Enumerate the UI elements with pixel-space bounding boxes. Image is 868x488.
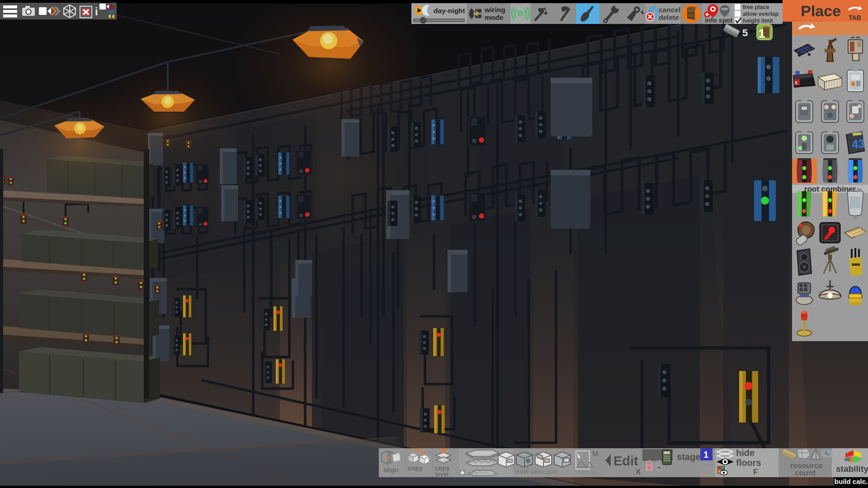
svg-text:free place: free place <box>743 4 769 10</box>
svg-text:move: move <box>407 471 423 477</box>
svg-text:stage: stage <box>677 452 700 462</box>
svg-text:M: M <box>592 450 599 458</box>
svg-text:hide: hide <box>736 448 755 458</box>
svg-text:1: 1 <box>703 450 708 460</box>
svg-text:floors: floors <box>736 458 761 468</box>
svg-text:mode: mode <box>485 14 504 21</box>
svg-text:delete: delete <box>659 14 679 21</box>
svg-text:43: 43 <box>851 137 865 151</box>
svg-text:allow overlap: allow overlap <box>743 11 779 17</box>
svg-text:5: 5 <box>742 27 748 38</box>
svg-text:height limit: height limit <box>743 18 774 24</box>
svg-text:i: i <box>95 5 98 18</box>
svg-text:stability: stability <box>836 464 868 474</box>
svg-text:F: F <box>753 468 758 476</box>
svg-text:wiring: wiring <box>484 6 505 14</box>
svg-text:align: align <box>383 466 398 474</box>
svg-text:cancel: cancel <box>659 6 680 14</box>
svg-text:1: 1 <box>759 27 765 40</box>
svg-text:level: level <box>435 471 448 477</box>
svg-text:Edit: Edit <box>613 454 638 468</box>
svg-text:TAB: TAB <box>849 14 861 21</box>
svg-text:day-night: day-night <box>434 7 465 14</box>
svg-text:X: X <box>636 468 641 476</box>
svg-text:Place: Place <box>801 2 841 19</box>
svg-text:3: 3 <box>795 80 797 85</box>
svg-text:level selection: level selection <box>514 468 558 475</box>
svg-text:count: count <box>795 469 816 477</box>
svg-text:info spot: info spot <box>705 17 732 24</box>
svg-text:ctrl+ alt -: ctrl+ alt - <box>577 469 602 476</box>
